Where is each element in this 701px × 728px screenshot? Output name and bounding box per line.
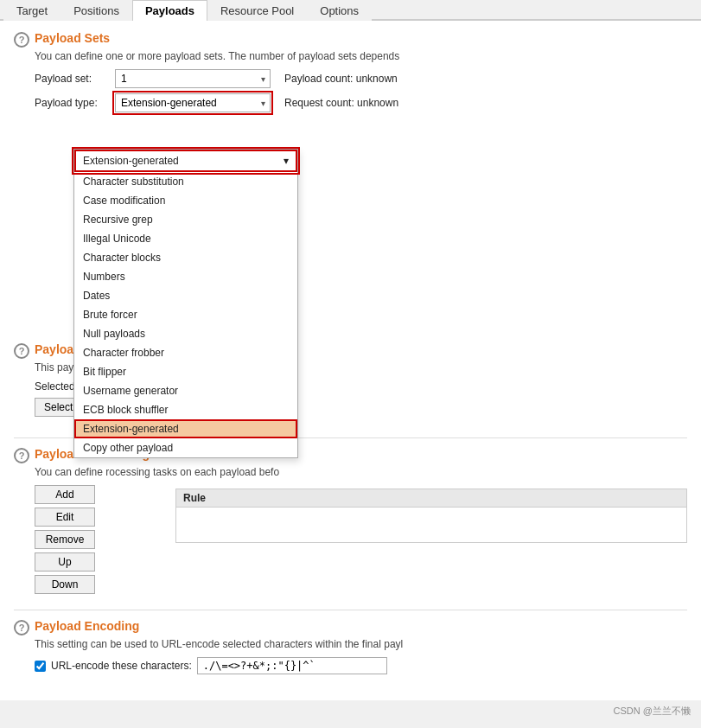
popup-header-label: Extension-generated (83, 155, 179, 167)
popup-item-extension_generated[interactable]: Extension-generated (74, 419, 297, 438)
popup-item-brute_forcer[interactable]: Brute forcer (74, 305, 297, 324)
payload-encoding-help-icon[interactable]: ? (14, 620, 29, 635)
tab-resource-pool[interactable]: Resource Pool (207, 0, 307, 21)
payload-encoding-help-row: ? Payload Encoding This setting can be u… (14, 619, 687, 674)
popup-item-character_frobber[interactable]: Character frobber (74, 343, 297, 362)
url-encode-checkbox[interactable] (35, 661, 46, 672)
payload-type-dropdown-container: Extension-generated ▾ (115, 93, 271, 112)
payload-encoding-section: ? Payload Encoding This setting can be u… (14, 619, 687, 674)
payload-processing-desc: You can define rocessing tasks on each p… (35, 466, 687, 478)
table-body (176, 508, 686, 542)
popup-item-ecb_block_shuffler[interactable]: ECB block shuffler (74, 400, 297, 419)
payload-processing-help-row: ? Payload Processing You can define roce… (14, 447, 687, 594)
popup-header-selected[interactable]: Extension-generated ▾ (74, 150, 297, 172)
payload-type-select[interactable]: Extension-generated (115, 93, 271, 112)
main-content: ? Payload Sets You can define one or mor… (0, 21, 701, 700)
payload-processing-help-icon[interactable]: ? (14, 448, 29, 463)
payload-processing-section: ? Payload Processing You can define roce… (14, 447, 687, 594)
payload-set-row: Payload set: 1 ▾ Payload count: unknown (35, 69, 687, 88)
down-button[interactable]: Down (35, 575, 95, 594)
table-col-rule: Rule (176, 489, 686, 507)
popup-header-arrow-icon: ▾ (284, 155, 289, 167)
up-button[interactable]: Up (35, 552, 95, 572)
popup-options-list: Character substitutionCase modificationR… (74, 172, 297, 457)
payload-encoding-desc: This setting can be used to URL-encode s… (35, 638, 687, 650)
popup-item-illegal_unicode[interactable]: Illegal Unicode (74, 229, 297, 248)
payload-processing-content: Add Edit Remove Up Down Rule (35, 485, 687, 594)
processing-table-container: Rule (102, 485, 687, 543)
table-header: Rule (176, 489, 686, 508)
watermark: CSDN @兰兰不懒 (614, 705, 691, 718)
tab-positions[interactable]: Positions (61, 0, 132, 21)
url-encode-row: URL-encode these characters: (35, 657, 687, 674)
payload-processing-body: Payload Processing You can define rocess… (35, 447, 687, 594)
payload-encoding-title: Payload Encoding (35, 619, 687, 633)
payload-encoding-body: Payload Encoding This setting can be use… (35, 619, 687, 674)
tab-options[interactable]: Options (307, 0, 372, 21)
payload-sets-help-icon[interactable]: ? (14, 32, 29, 48)
payload-set-dropdown-container: 1 ▾ (115, 69, 271, 88)
payload-sets-section: ? Payload Sets You can define one or mor… (14, 31, 687, 118)
popup-item-character_substitution[interactable]: Character substitution (74, 172, 297, 191)
popup-item-character_blocks[interactable]: Character blocks (74, 248, 297, 267)
remove-button[interactable]: Remove (35, 530, 95, 549)
payload-sets-title: Payload Sets (35, 31, 687, 45)
popup-item-case_modification[interactable]: Case modification (74, 191, 297, 210)
popup-item-numbers[interactable]: Numbers (74, 267, 297, 286)
payload-sets-help-row: ? Payload Sets You can define one or mor… (14, 31, 687, 118)
edit-button[interactable]: Edit (35, 508, 95, 527)
payload-sets-body: Payload Sets You can define one or more … (35, 31, 687, 118)
payload-set-label: Payload set: (35, 73, 108, 85)
url-encode-input[interactable] (197, 657, 387, 674)
popup-item-dates[interactable]: Dates (74, 286, 297, 305)
popup-item-username_generator[interactable]: Username generator (74, 381, 297, 400)
payload-type-label: Payload type: (35, 97, 108, 109)
top-navigation: Target Positions Payloads Resource Pool … (0, 0, 701, 21)
popup-item-null_payloads[interactable]: Null payloads (74, 324, 297, 343)
url-encode-label: URL-encode these characters: (51, 660, 192, 672)
payload-type-dropdown-popup: Extension-generated ▾ Character substitu… (73, 149, 298, 458)
request-count-label: Request count: unknown (284, 97, 398, 109)
payload-set-select[interactable]: 1 (115, 69, 271, 88)
processing-table: Rule (175, 489, 687, 543)
payload-type-row: Payload type: Extension-generated ▾ Requ… (35, 93, 687, 112)
processing-btn-panel: Add Edit Remove Up Down (35, 485, 95, 594)
tab-target[interactable]: Target (3, 0, 61, 21)
divider-2 (14, 610, 687, 610)
payload-options-help-icon[interactable]: ? (14, 343, 29, 359)
popup-item-bit_flipper[interactable]: Bit flipper (74, 362, 297, 381)
payload-sets-desc: You can define one or more payload sets.… (35, 50, 687, 62)
popup-item-recursive_grep[interactable]: Recursive grep (74, 210, 297, 229)
tab-payloads[interactable]: Payloads (132, 0, 207, 21)
add-button[interactable]: Add (35, 485, 95, 504)
payload-count-label: Payload count: unknown (284, 73, 398, 85)
popup-item-copy_other_payload[interactable]: Copy other payload (74, 438, 297, 457)
